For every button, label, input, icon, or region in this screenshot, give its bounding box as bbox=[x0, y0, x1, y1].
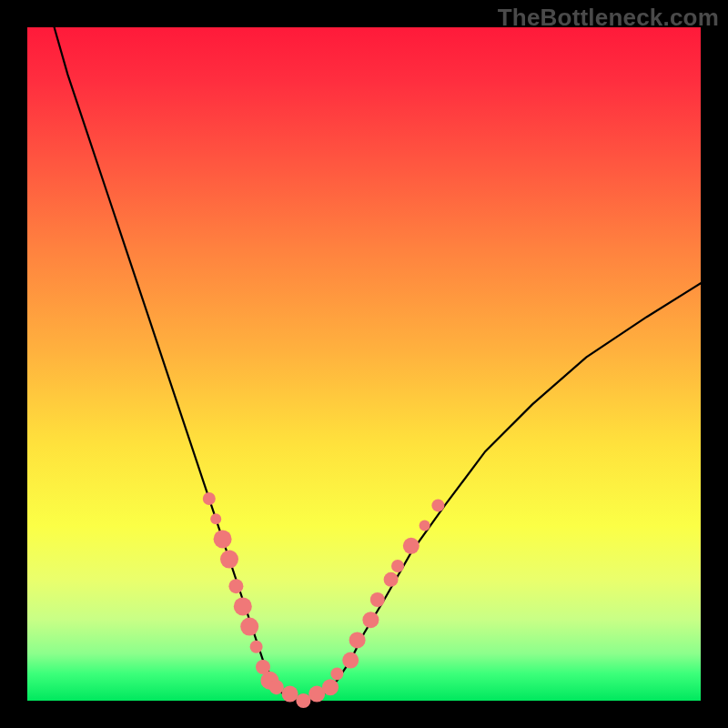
curve-marker bbox=[342, 652, 359, 669]
curve-marker bbox=[391, 560, 404, 572]
chart-plot-area bbox=[27, 27, 701, 701]
curve-marker bbox=[420, 521, 430, 531]
curve-marker bbox=[431, 499, 444, 511]
curve-marker bbox=[269, 680, 284, 694]
curve-marker bbox=[210, 513, 221, 524]
curve-marker bbox=[296, 693, 310, 708]
curve-markers bbox=[203, 492, 445, 708]
curve-marker bbox=[322, 679, 339, 695]
chart-frame: TheBottleneck.com bbox=[0, 0, 728, 728]
curve-marker bbox=[282, 686, 298, 703]
curve-marker bbox=[349, 632, 366, 648]
curve-marker bbox=[240, 618, 258, 636]
curve-marker bbox=[330, 667, 343, 680]
curve-marker bbox=[220, 551, 238, 569]
curve-marker bbox=[362, 612, 379, 628]
chart-svg bbox=[27, 27, 701, 701]
curve-marker bbox=[228, 579, 243, 593]
curve-marker bbox=[234, 597, 252, 615]
curve-marker bbox=[214, 530, 232, 548]
curve-marker bbox=[403, 538, 420, 554]
curve-marker bbox=[384, 572, 399, 587]
curve-marker bbox=[203, 492, 216, 505]
curve-marker bbox=[250, 641, 263, 653]
curve-marker bbox=[370, 592, 385, 607]
